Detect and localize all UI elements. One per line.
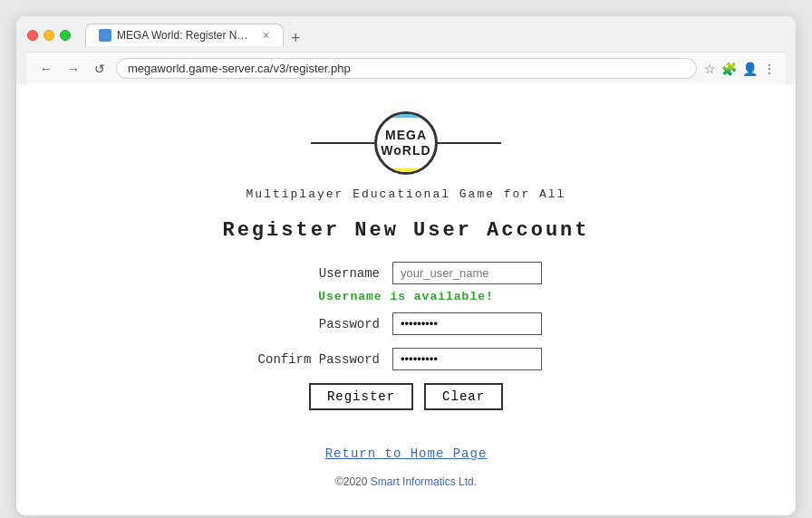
tagline: Multiplayer Educational Game for All — [246, 187, 566, 201]
username-input[interactable] — [392, 262, 542, 284]
logo-bottom-arc — [377, 163, 435, 172]
footer-company-link[interactable]: Smart Informatics Ltd. — [371, 475, 477, 488]
footer-text: ©2020 Smart Informatics Ltd. — [335, 475, 477, 488]
button-row: Register Clear — [252, 383, 560, 410]
username-label: Username — [252, 266, 392, 281]
close-traffic-light[interactable] — [27, 30, 38, 41]
register-button[interactable]: Register — [309, 383, 413, 410]
back-button[interactable]: ← — [36, 60, 56, 78]
confirm-password-input[interactable] — [392, 348, 542, 370]
address-input[interactable] — [116, 58, 697, 79]
confirm-password-label: Confirm Password — [252, 352, 392, 367]
profile-icon[interactable]: 👤 — [742, 62, 758, 76]
clear-button[interactable]: Clear — [424, 383, 503, 410]
return-home-link[interactable]: Return to Home Page — [325, 446, 488, 461]
tab-close-button[interactable]: ✕ — [262, 30, 270, 42]
logo-line-left — [311, 142, 374, 144]
browser-titlebar: MEGA World: Register New Ac... ✕ + ← → ↺… — [16, 16, 796, 84]
form-container: Username Username is available! Password… — [252, 262, 560, 410]
logo-top-arc — [377, 114, 435, 123]
username-row: Username — [252, 262, 560, 284]
star-icon[interactable]: ☆ — [704, 62, 716, 76]
minimize-traffic-light[interactable] — [44, 30, 54, 41]
tab-favicon — [99, 29, 111, 42]
availability-message: Username is available! — [252, 290, 560, 303]
refresh-button[interactable]: ↺ — [91, 60, 109, 78]
footer-copyright: ©2020 — [335, 475, 371, 488]
menu-icon[interactable]: ⋮ — [763, 62, 776, 76]
logo-text-world: WoRLD — [381, 143, 430, 158]
password-input[interactable] — [392, 312, 542, 335]
logo-circle: MEGA WoRLD — [374, 111, 438, 175]
tab-title: MEGA World: Register New Ac... — [117, 29, 253, 42]
confirm-password-row: Confirm Password — [252, 348, 560, 370]
puzzle-icon[interactable]: 🧩 — [721, 62, 737, 76]
browser-window: MEGA World: Register New Ac... ✕ + ← → ↺… — [16, 16, 796, 515]
page-content: MEGA WoRLD Multiplayer Educational Game … — [16, 84, 796, 515]
tab-bar: MEGA World: Register New Ac... ✕ + — [85, 24, 785, 46]
form-title: Register New User Account — [222, 219, 589, 242]
active-tab[interactable]: MEGA World: Register New Ac... ✕ — [85, 24, 284, 46]
logo-container: MEGA WoRLD — [311, 111, 501, 175]
traffic-lights — [27, 30, 71, 41]
password-label: Password — [252, 317, 392, 331]
password-row: Password — [252, 312, 560, 335]
new-tab-button[interactable]: + — [284, 30, 308, 46]
address-bar-row: ← → ↺ ☆ 🧩 👤 ⋮ — [27, 52, 785, 84]
browser-action-icons: ☆ 🧩 👤 ⋮ — [704, 62, 776, 76]
maximize-traffic-light[interactable] — [60, 30, 71, 41]
logo-text-mega: MEGA — [385, 128, 427, 143]
logo-line-right — [438, 142, 501, 144]
forward-button[interactable]: → — [63, 60, 83, 78]
